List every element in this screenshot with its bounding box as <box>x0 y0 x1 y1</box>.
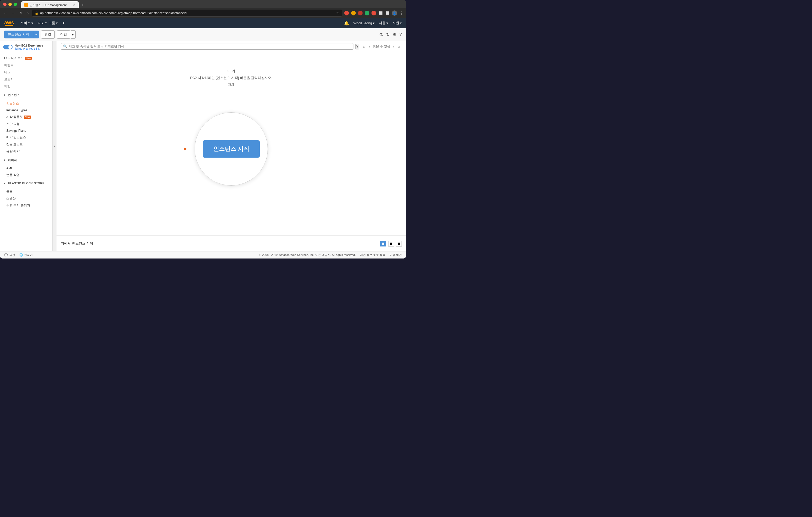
panel-icon-view1[interactable]: ■ <box>380 241 386 246</box>
sidebar-item-volumes[interactable]: 볼륨 <box>0 188 52 195</box>
ext-icon-7[interactable]: ⬜ <box>385 11 390 16</box>
sidebar-item-bundle-tasks[interactable]: 번들 작업 <box>0 172 52 179</box>
settings-icon[interactable]: ⚙ <box>393 32 396 37</box>
content-area: 🔍 ? « ‹ 찾을 수 없음 › » <box>57 41 406 251</box>
arrow-head <box>184 147 187 151</box>
panel-icon-view3[interactable]: ■ <box>396 241 402 246</box>
sidebar-toggle[interactable]: ‹ <box>52 41 57 251</box>
ext-icon-6[interactable]: ⬜ <box>378 11 383 16</box>
pagination-last[interactable]: » <box>397 44 402 49</box>
sidebar-item-events[interactable]: 이벤트 <box>0 62 52 69</box>
nav-bookmark[interactable]: ★ <box>62 21 65 25</box>
collapse-arrow-images: ▼ <box>3 159 6 161</box>
ext-icon-1[interactable] <box>344 11 349 16</box>
sidebar-label-volumes: 볼륨 <box>6 189 12 194</box>
sidebar-label-instances: 인스턴스 <box>6 101 19 106</box>
ext-icon-3[interactable] <box>358 11 362 16</box>
help-icon[interactable]: ? <box>400 32 402 37</box>
sidebar-item-tags[interactable]: 태그 <box>0 69 52 76</box>
aws-logo-bar <box>5 25 13 26</box>
nav-support[interactable]: 지원 ▾ <box>393 21 402 25</box>
pagination-first[interactable]: « <box>361 44 366 49</box>
ebs-section-header[interactable]: ▼ ELASTIC BLOCK STORE <box>0 180 52 186</box>
feedback-icon: 💬 <box>4 253 8 257</box>
main-layout: New EC2 Experience Tell us what you thin… <box>0 41 406 251</box>
images-section-header[interactable]: ▼ 이미지 <box>0 157 52 163</box>
active-tab[interactable]: 인스턴스 | EC2 Management Co... ✕ <box>21 1 79 9</box>
actions-button-group: 작업 ▾ <box>57 30 76 39</box>
search-input[interactable] <box>69 45 351 48</box>
connect-button[interactable]: 연결 <box>41 30 55 39</box>
sidebar-item-reports[interactable]: 보고서 <box>0 76 52 83</box>
footer-terms-link[interactable]: 이용 약관 <box>389 253 402 257</box>
refresh-button[interactable]: ↻ <box>18 10 24 16</box>
sidebar-item-dedicated-hosts[interactable]: 전용 호스트 <box>0 141 52 148</box>
tab-close-icon[interactable]: ✕ <box>73 3 76 7</box>
close-button[interactable] <box>3 3 6 6</box>
language-selector[interactable]: 🌐 한국어 <box>19 253 33 257</box>
sidebar-item-lifecycle-manager[interactable]: 수명 주기 관리자 <box>0 202 52 209</box>
maximize-button[interactable] <box>13 3 17 6</box>
title-bar: 인스턴스 | EC2 Management Co... ✕ + <box>0 0 406 8</box>
url-bar[interactable]: 🔒 ap-northeast-2.console.aws.amazon.com/… <box>32 10 342 17</box>
sidebar-item-spot-requests[interactable]: 스팟 요청 <box>0 121 52 127</box>
sidebar-item-savings-plans[interactable]: Savings Plans <box>0 127 52 134</box>
ext-icon-4[interactable] <box>365 11 369 16</box>
actions-button[interactable]: 작업 <box>57 30 70 39</box>
sidebar-item-launch-templates[interactable]: 시작 템플릿 New <box>0 114 52 121</box>
sidebar-item-limits[interactable]: 제한 <box>0 83 52 90</box>
sidebar-label-reserved-instances: 예약 인스턴스 <box>6 135 26 140</box>
toggle-sublabel[interactable]: Tell us what you think <box>14 47 43 50</box>
nav-user[interactable]: Wooil Jeong ▾ <box>353 21 375 25</box>
pagination-prev[interactable]: ‹ <box>367 44 372 49</box>
ec2-toolbar: 인스턴스 시작 ▾ 연결 작업 ▾ ⚗ ↻ ⚙ ? <box>0 28 406 41</box>
forward-button[interactable]: → <box>10 10 16 16</box>
nav-resources[interactable]: 리소스 그룹 ▾ <box>37 21 58 25</box>
home-button[interactable]: ⌂ <box>26 10 30 16</box>
sidebar-label-dedicated-hosts: 전용 호스트 <box>6 142 23 147</box>
url-text: ap-northeast-2.console.aws.amazon.com/ec… <box>40 11 334 15</box>
sidebar-item-instances[interactable]: 인스턴스 <box>0 100 52 107</box>
feedback-button[interactable]: 💬 의견 <box>4 253 15 257</box>
launch-button-group: 인스턴스 시작 ▾ <box>4 31 39 38</box>
search-help-button[interactable]: ? <box>355 44 359 50</box>
instances-section-label: 인스턴스 <box>8 93 20 97</box>
toggle-labels: New EC2 Experience Tell us what you thin… <box>14 44 43 50</box>
sidebar-item-ami[interactable]: AMI <box>0 165 52 172</box>
menu-icon[interactable]: ⋮ <box>399 11 403 16</box>
refresh-icon[interactable]: ↻ <box>386 32 389 37</box>
actions-dropdown[interactable]: ▾ <box>70 30 76 39</box>
toggle-switch[interactable] <box>3 45 12 50</box>
sidebar-item-reserved-instances[interactable]: 예약 인스턴스 <box>0 134 52 141</box>
launch-instances-button[interactable]: 인스턴스 시작 <box>4 31 33 38</box>
launch-instances-circle-button[interactable]: 인스턴스 시작 <box>203 140 260 158</box>
images-section-label: 이미지 <box>8 158 17 162</box>
launch-instances-dropdown[interactable]: ▾ <box>33 31 39 38</box>
pagination-next[interactable]: › <box>392 44 396 49</box>
sidebar-item-snapshots[interactable]: 스냅샷 <box>0 195 52 202</box>
bookmark-icon[interactable]: ☆ <box>336 11 339 15</box>
panel-icon-view2[interactable]: ■ <box>388 241 394 246</box>
new-tab-button[interactable]: + <box>79 1 87 9</box>
minimize-button[interactable] <box>8 3 12 6</box>
collapse-arrow-ebs: ▼ <box>3 182 6 185</box>
user-avatar[interactable]: 👤 <box>392 10 397 16</box>
sidebar-item-capacity-reservations[interactable]: 용량 예약 <box>0 148 52 155</box>
aws-footer: 💬 의견 🌐 한국어 © 2008 - 2019, Amazon Web Ser… <box>0 251 406 258</box>
nav-services[interactable]: 서비스 ▾ <box>21 21 33 25</box>
flask-icon[interactable]: ⚗ <box>379 32 383 37</box>
sidebar-label-bundle-tasks: 번들 작업 <box>6 173 20 177</box>
nav-region[interactable]: 서울 ▾ <box>379 21 388 25</box>
back-button[interactable]: ← <box>3 10 8 16</box>
search-input-wrapper[interactable]: 🔍 <box>61 43 353 50</box>
nav-bell[interactable]: 🔔 <box>344 21 349 26</box>
feedback-label: 의견 <box>9 253 15 257</box>
search-bar: 🔍 ? « ‹ 찾을 수 없음 › » <box>57 41 406 52</box>
instances-section-header[interactable]: ▼ 인스턴스 <box>0 91 52 98</box>
ext-icon-2[interactable] <box>351 11 356 16</box>
sidebar-item-ec2-dashboard[interactable]: EC2 대시보드 New <box>0 55 52 62</box>
toggle-knob <box>8 45 12 49</box>
footer-privacy-link[interactable]: 개인 정보 보호 정책 <box>360 253 385 257</box>
sidebar-item-instance-types[interactable]: Instance Types <box>0 107 52 114</box>
ext-icon-5[interactable] <box>372 11 376 16</box>
